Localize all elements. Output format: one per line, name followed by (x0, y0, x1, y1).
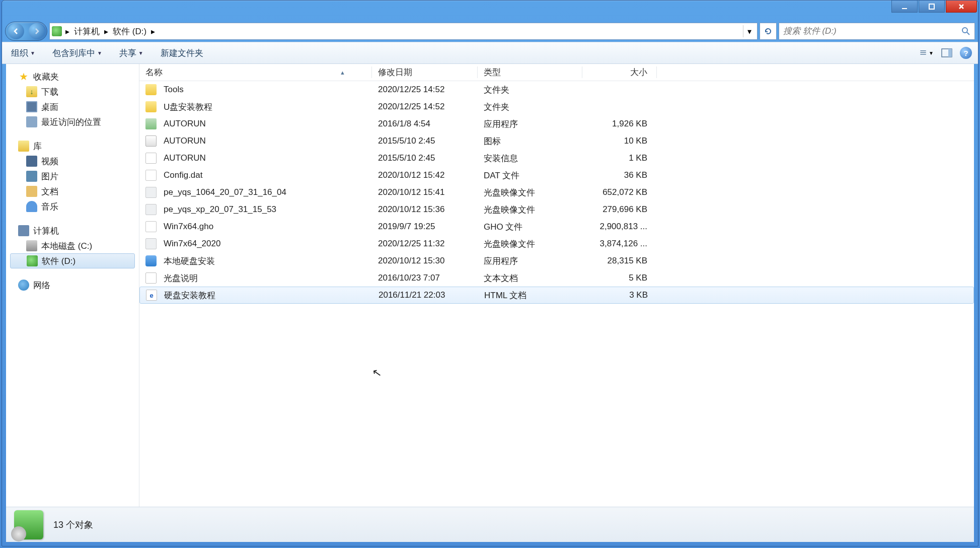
sidebar-libraries[interactable]: 库 (6, 139, 139, 154)
computer-icon (18, 225, 29, 236)
include-library-menu[interactable]: 包含到库中▼ (49, 45, 105, 61)
file-row[interactable]: pe_yqs_xp_20_07_31_15_532020/10/12 15:36… (139, 201, 974, 218)
preview-pane-button[interactable] (940, 46, 954, 60)
file-row[interactable]: 硬盘安装教程2016/11/21 22:03HTML 文档3 KB (139, 287, 974, 304)
svg-rect-7 (948, 49, 952, 57)
sidebar-desktop[interactable]: 桌面 (6, 99, 139, 114)
address-bar[interactable]: ▸ 计算机 ▸ 软件 (D:) ▸ ▾ (49, 23, 758, 40)
document-icon (26, 186, 37, 197)
organize-menu[interactable]: 组织▼ (8, 45, 38, 61)
address-dropdown[interactable]: ▾ (743, 25, 755, 37)
sidebar-favorites[interactable]: ★收藏夹 (6, 69, 139, 84)
file-type: 应用程序 (478, 118, 582, 130)
file-row[interactable]: AUTORUN2015/5/10 2:45安装信息1 KB (139, 150, 974, 167)
toolbar: 组织▼ 包含到库中▼ 共享▼ 新建文件夹 ▼ ? (2, 42, 978, 64)
sidebar-music[interactable]: 音乐 (6, 199, 139, 214)
file-date: 2020/10/12 15:30 (372, 256, 478, 266)
help-button[interactable]: ? (960, 47, 972, 59)
file-date: 2020/12/25 14:52 (372, 85, 478, 95)
file-date: 2016/1/8 4:54 (372, 119, 478, 129)
sidebar-drive-d[interactable]: 软件 (D:) (10, 253, 135, 268)
file-icon (145, 272, 157, 284)
file-size: 3 KB (583, 290, 657, 300)
crumb-arrow-icon[interactable]: ▸ (150, 24, 156, 39)
view-mode-button[interactable]: ▼ (920, 46, 934, 60)
forward-button[interactable] (29, 23, 45, 39)
sidebar-documents[interactable]: 文档 (6, 184, 139, 199)
column-name[interactable]: 名称▲ (139, 66, 372, 78)
file-icon (145, 221, 157, 232)
file-size: 1 KB (582, 153, 657, 163)
file-row[interactable]: AUTORUN2016/1/8 4:54应用程序1,926 KB (139, 115, 974, 132)
file-row[interactable]: Tools2020/12/25 14:52文件夹 (139, 81, 974, 98)
search-icon (961, 27, 970, 36)
file-icon (145, 204, 157, 215)
file-name: Win7x64.gho (164, 222, 213, 232)
new-folder-button[interactable]: 新建文件夹 (158, 45, 206, 61)
file-icon (145, 238, 157, 249)
file-date: 2020/10/12 15:42 (372, 170, 478, 180)
file-date: 2020/12/25 11:32 (372, 239, 478, 249)
file-row[interactable]: Config.dat2020/10/12 15:42DAT 文件36 KB (139, 167, 974, 184)
drive-icon (26, 240, 37, 251)
file-icon (145, 187, 157, 198)
breadcrumb-computer[interactable]: 计算机 (71, 24, 103, 39)
column-type[interactable]: 类型 (478, 66, 582, 78)
sidebar-network[interactable]: 网络 (6, 278, 139, 293)
refresh-button[interactable] (760, 23, 777, 40)
svg-rect-3 (920, 50, 926, 51)
file-row[interactable]: Win7x64.gho2019/9/7 19:25GHO 文件2,900,813… (139, 218, 974, 235)
sidebar-computer[interactable]: 计算机 (6, 223, 139, 238)
content-area: ★收藏夹 下载 桌面 最近访问的位置 库 视频 图片 文档 音乐 计算机 本地磁… (6, 64, 974, 507)
crumb-arrow-icon[interactable]: ▸ (65, 24, 70, 39)
maximize-button[interactable] (919, 1, 945, 13)
share-menu[interactable]: 共享▼ (116, 45, 146, 61)
file-row[interactable]: Win7x64_20202020/12/25 11:32光盘映像文件3,874,… (139, 235, 974, 252)
crumb-arrow-icon[interactable]: ▸ (104, 24, 109, 39)
breadcrumb-location[interactable]: 软件 (D:) (110, 24, 149, 39)
search-input[interactable] (783, 26, 961, 36)
file-type: HTML 文档 (478, 290, 583, 301)
close-button[interactable] (946, 1, 977, 13)
titlebar[interactable] (2, 1, 978, 21)
file-name: AUTORUN (164, 153, 206, 163)
svg-rect-0 (902, 8, 907, 9)
search-box[interactable] (779, 23, 975, 40)
file-type: 文件夹 (478, 101, 582, 113)
sidebar-drive-c[interactable]: 本地磁盘 (C:) (6, 238, 139, 253)
file-name: AUTORUN (164, 119, 206, 129)
sidebar-downloads[interactable]: 下载 (6, 84, 139, 99)
sidebar-pictures[interactable]: 图片 (6, 169, 139, 184)
file-type: 安装信息 (478, 153, 582, 164)
file-date: 2020/10/12 15:41 (372, 187, 478, 197)
sidebar-recent[interactable]: 最近访问的位置 (6, 114, 139, 129)
file-icon (145, 84, 157, 95)
svg-point-2 (962, 28, 967, 33)
file-row[interactable]: 光盘说明2016/10/23 7:07文本文档5 KB (139, 269, 974, 287)
status-drive-icon (14, 510, 43, 539)
download-icon (26, 86, 37, 97)
file-row[interactable]: AUTORUN2015/5/10 2:45图标10 KB (139, 132, 974, 150)
minimize-button[interactable] (891, 1, 918, 13)
file-type: 图标 (478, 135, 582, 147)
sidebar-videos[interactable]: 视频 (6, 154, 139, 169)
network-icon (18, 280, 29, 291)
file-name: AUTORUN (164, 136, 206, 146)
file-row[interactable]: U盘安装教程2020/12/25 14:52文件夹 (139, 98, 974, 115)
file-type: 光盘映像文件 (478, 187, 582, 198)
file-type: 光盘映像文件 (478, 204, 582, 216)
file-row[interactable]: 本地硬盘安装2020/10/12 15:30应用程序28,315 KB (139, 252, 974, 269)
nav-arrows (5, 22, 47, 41)
file-name: 硬盘安装教程 (164, 290, 215, 301)
file-type: 文件夹 (478, 84, 582, 96)
file-size: 5 KB (582, 273, 657, 283)
file-icon (145, 118, 157, 129)
back-button[interactable] (8, 23, 24, 39)
file-row[interactable]: pe_yqs_1064_20_07_31_16_042020/10/12 15:… (139, 184, 974, 201)
file-size: 3,874,126 ... (582, 239, 657, 249)
column-size[interactable]: 大小 (582, 66, 657, 78)
column-date[interactable]: 修改日期 (372, 66, 478, 78)
library-icon (18, 141, 29, 152)
file-size: 10 KB (582, 136, 657, 146)
file-name: pe_yqs_xp_20_07_31_15_53 (164, 204, 276, 215)
